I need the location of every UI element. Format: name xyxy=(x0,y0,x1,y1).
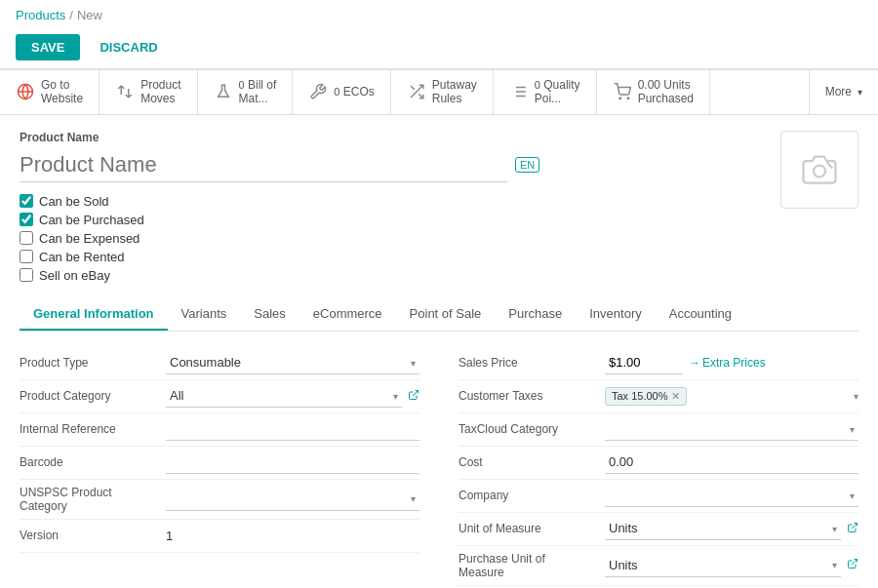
sales-price-value: → Extra Prices xyxy=(605,351,858,374)
product-type-select[interactable]: Consumable Storable Product Service xyxy=(166,351,419,374)
product-type-label: Product Type xyxy=(20,350,166,375)
form-header: Product Name EN Can be Sold Can be Purch… xyxy=(20,131,858,283)
purchase-uom-select-wrapper: Units xyxy=(605,554,841,577)
product-category-value: All xyxy=(166,384,419,408)
field-unspsc-category: UNSPSC ProductCategory xyxy=(20,480,419,520)
tab-variants[interactable]: Variants xyxy=(168,298,241,331)
breadcrumb-separator: / xyxy=(69,8,73,22)
nav-product-moves[interactable]: ProductMoves xyxy=(100,70,197,114)
checkbox-can-be-expensed[interactable]: Can be Expensed xyxy=(20,231,780,246)
nav-quality-poi-label: 0 QualityPoi... xyxy=(535,78,580,106)
version-text: 1 xyxy=(166,529,173,543)
nav-putaway-rules[interactable]: PutawayRules xyxy=(391,70,494,114)
purchase-uom-ext-link[interactable] xyxy=(847,558,858,572)
tab-point-of-sale[interactable]: Point of Sale xyxy=(396,298,496,331)
field-product-type: Product Type Consumable Storable Product… xyxy=(20,347,419,380)
wrench-icon xyxy=(308,82,328,101)
sales-price-label: Sales Price xyxy=(459,350,605,375)
field-sales-price: Sales Price → Extra Prices xyxy=(459,347,858,380)
product-category-ext-link[interactable] xyxy=(408,389,419,404)
product-image[interactable] xyxy=(780,131,858,209)
taxcloud-category-select[interactable] xyxy=(605,417,858,441)
unit-of-measure-ext-link[interactable] xyxy=(847,522,858,536)
product-name-input[interactable] xyxy=(20,148,507,182)
nav-units-purchased[interactable]: 0.00 UnitsPurchased xyxy=(597,70,710,114)
breadcrumb-parent[interactable]: Products xyxy=(16,8,65,22)
internal-reference-input[interactable] xyxy=(166,417,419,441)
checkbox-can-be-sold[interactable]: Can be Sold xyxy=(20,194,780,209)
tab-inventory[interactable]: Inventory xyxy=(576,298,655,331)
checkbox-can-be-rented[interactable]: Can be Rented xyxy=(20,250,780,264)
barcode-label: Barcode xyxy=(20,450,166,475)
company-value xyxy=(605,484,858,507)
customer-taxes-value: Tax 15.00% ✕ ▾ xyxy=(605,387,858,406)
sell-on-ebay-label: Sell on eBay xyxy=(39,268,110,283)
can-be-expensed-input[interactable] xyxy=(20,231,33,245)
cost-label: Cost xyxy=(459,450,605,475)
lang-badge[interactable]: EN xyxy=(515,157,539,173)
checkboxes: Can be Sold Can be Purchased Can be Expe… xyxy=(20,194,780,283)
nav-quality-poi[interactable]: 0 QualityPoi... xyxy=(494,70,597,114)
taxcloud-select-wrapper xyxy=(605,417,858,441)
product-category-label: Product Category xyxy=(20,383,166,409)
can-be-rented-input[interactable] xyxy=(20,250,33,263)
product-category-select[interactable]: All xyxy=(166,384,402,408)
unit-of-measure-select[interactable]: Units xyxy=(605,517,841,540)
extra-prices-link[interactable]: → Extra Prices xyxy=(689,356,766,370)
extra-prices-label: Extra Prices xyxy=(702,356,766,370)
company-select[interactable] xyxy=(605,484,858,507)
top-nav: Go toWebsite ProductMoves 0 Bill ofMat..… xyxy=(0,69,878,115)
internal-reference-value xyxy=(166,417,419,441)
cost-value xyxy=(605,451,858,474)
nav-ecos-label: 0 ECOs xyxy=(334,85,374,98)
purchase-unit-of-measure-select[interactable]: Units xyxy=(605,554,841,577)
cost-input[interactable] xyxy=(605,451,858,474)
field-customer-taxes: Customer Taxes Tax 15.00% ✕ ▾ xyxy=(459,380,858,413)
can-be-sold-label: Can be Sold xyxy=(39,194,109,209)
field-barcode: Barcode xyxy=(20,447,419,480)
checkbox-sell-on-ebay[interactable]: Sell on eBay xyxy=(20,268,780,283)
svg-point-11 xyxy=(619,98,621,99)
unspsc-category-label: UNSPSC ProductCategory xyxy=(20,480,166,519)
can-be-sold-input[interactable] xyxy=(20,194,33,208)
field-taxcloud-category: TaxCloud Category xyxy=(459,413,858,447)
list-icon xyxy=(509,82,529,101)
company-label: Company xyxy=(459,483,605,508)
can-be-expensed-label: Can be Expensed xyxy=(39,231,140,246)
tab-ecommerce[interactable]: eCommerce xyxy=(299,298,396,331)
tab-purchase[interactable]: Purchase xyxy=(495,298,576,331)
can-be-rented-label: Can be Rented xyxy=(39,250,124,264)
nav-bill-of-mat[interactable]: 0 Bill ofMat... xyxy=(198,70,294,114)
checkbox-can-be-purchased[interactable]: Can be Purchased xyxy=(20,213,780,227)
product-category-select-wrapper: All xyxy=(166,384,402,408)
tax-badge-remove[interactable]: ✕ xyxy=(671,390,680,403)
nav-go-to-website[interactable]: Go toWebsite xyxy=(0,70,100,114)
product-type-select-wrapper: Consumable Storable Product Service xyxy=(166,351,419,374)
nav-more[interactable]: More ▾ xyxy=(809,70,878,114)
svg-line-4 xyxy=(411,86,415,90)
tab-sales[interactable]: Sales xyxy=(240,298,299,331)
action-bar: SAVE DISCARD xyxy=(0,30,878,68)
nav-units-purchased-label: 0.00 UnitsPurchased xyxy=(638,78,694,106)
purchase-unit-of-measure-value: Units xyxy=(605,554,858,577)
tab-general-information[interactable]: General Information xyxy=(20,298,168,331)
field-cost: Cost xyxy=(459,447,858,480)
breadcrumb-current: New xyxy=(77,8,102,22)
barcode-input[interactable] xyxy=(166,451,419,474)
nav-ecos[interactable]: 0 ECOs xyxy=(293,70,390,114)
tab-accounting[interactable]: Accounting xyxy=(656,298,745,331)
unspsc-category-value xyxy=(166,488,419,511)
chevron-down-icon: ▾ xyxy=(858,87,862,98)
discard-button[interactable]: DISCARD xyxy=(88,34,169,60)
save-button[interactable]: SAVE xyxy=(16,34,80,60)
can-be-purchased-label: Can be Purchased xyxy=(39,213,144,227)
unspsc-category-select[interactable] xyxy=(166,488,419,511)
nav-more-label: More xyxy=(825,85,852,98)
nav-putaway-rules-label: PutawayRules xyxy=(432,78,477,106)
sales-price-input[interactable] xyxy=(605,351,683,374)
can-be-purchased-input[interactable] xyxy=(20,213,33,226)
sell-on-ebay-input[interactable] xyxy=(20,268,33,282)
arrow-right-icon: → xyxy=(689,356,700,370)
taxcloud-category-label: TaxCloud Category xyxy=(459,416,605,442)
product-name-row: EN xyxy=(20,148,780,182)
